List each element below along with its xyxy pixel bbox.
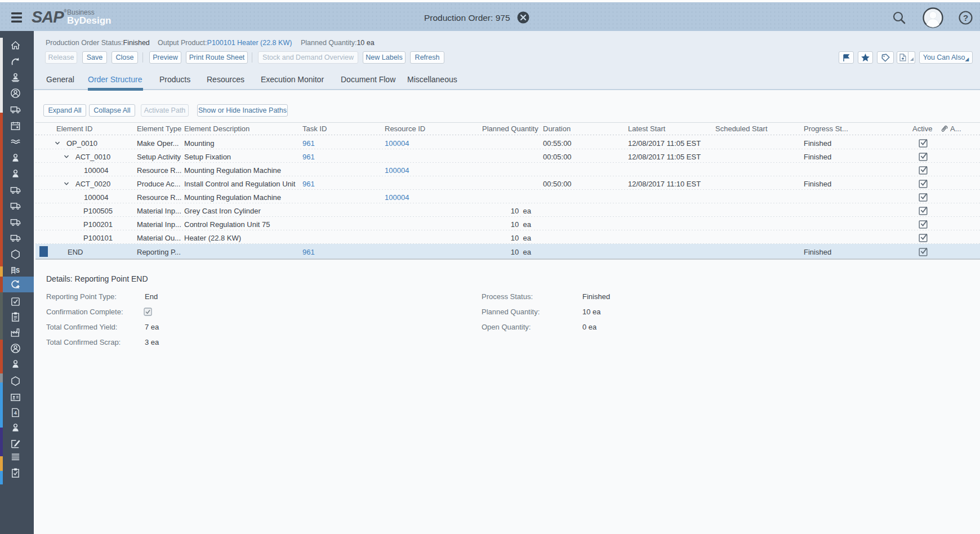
svg-text:?: ? xyxy=(963,13,968,23)
